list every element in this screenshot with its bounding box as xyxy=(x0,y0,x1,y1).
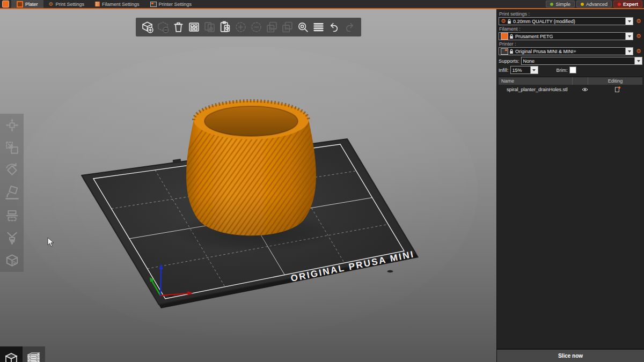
supports-value: None xyxy=(523,58,634,64)
tab-print-settings[interactable]: ⚙ Print Settings xyxy=(43,0,90,8)
gizmo-toolbar xyxy=(0,114,24,272)
editor-3d-view-button[interactable] xyxy=(0,346,23,362)
mode-expert-button[interactable]: Expert xyxy=(613,1,642,8)
prusaslicer-window: Plater ⚙ Print Settings Filament Setting… xyxy=(0,0,644,362)
tab-printer-settings[interactable]: Printer Settings xyxy=(145,0,197,8)
tab-printer-settings-label: Printer Settings xyxy=(159,2,192,7)
sliced-preview-button[interactable] xyxy=(23,346,45,362)
object-settings-button[interactable] xyxy=(592,86,642,93)
split-parts-icon[interactable]: P xyxy=(280,20,295,34)
object-row[interactable]: spiral_planter_drainHoles.stl xyxy=(499,85,642,94)
mouse-cursor xyxy=(47,237,55,247)
slice-now-label: Slice now xyxy=(558,353,583,359)
object-list: Name Editing spiral_planter_drainHoles.s… xyxy=(499,77,642,94)
add-instance-icon[interactable] xyxy=(233,20,248,34)
print-settings-gear-button[interactable]: ⚙ xyxy=(635,18,642,24)
redo-icon[interactable] xyxy=(342,20,357,34)
paste-icon[interactable] xyxy=(218,20,232,34)
object-list-header: Name Editing xyxy=(499,77,642,85)
filament-settings-icon xyxy=(95,2,100,6)
dropdown-arrow-icon[interactable] xyxy=(634,57,642,64)
tab-bar: Plater ⚙ Print Settings Filament Setting… xyxy=(0,0,644,9)
variable-layer-height-icon[interactable] xyxy=(311,20,326,34)
svg-text:O: O xyxy=(269,26,273,32)
settings-sidebar: Print settings : ⚙ 0.20mm QUALITY (modif… xyxy=(496,9,644,362)
print-settings-value: 0.20mm QUALITY (modified) xyxy=(513,19,625,24)
print-profile-icon: ⚙ xyxy=(501,18,506,24)
view-switch xyxy=(0,346,45,362)
mode-advanced-button[interactable]: Advanced xyxy=(576,1,612,8)
object-name: spiral_planter_drainHoles.stl xyxy=(499,87,577,92)
slice-now-button[interactable]: Slice now xyxy=(497,349,644,362)
add-icon[interactable] xyxy=(140,20,155,34)
printer-settings-icon xyxy=(150,2,157,7)
brim-checkbox[interactable] xyxy=(569,67,576,73)
split-objects-icon[interactable]: O xyxy=(265,20,279,34)
delete-all-icon[interactable] xyxy=(171,20,186,34)
eye-icon xyxy=(581,87,589,92)
remove-instance-icon[interactable] xyxy=(249,20,264,34)
brim-label: Brim: xyxy=(557,68,568,73)
dropdown-arrow-icon[interactable] xyxy=(530,67,538,73)
arrange-icon[interactable] xyxy=(187,20,201,34)
rotate-icon[interactable] xyxy=(4,162,20,179)
printer-select[interactable]: Original Prusa MINI & MINI+ xyxy=(499,47,633,55)
svg-text:P: P xyxy=(284,26,288,32)
lock-icon xyxy=(509,49,514,54)
mode-expert-label: Expert xyxy=(623,2,638,7)
dropdown-arrow-icon[interactable] xyxy=(625,18,633,25)
supports-label: Supports: xyxy=(499,58,519,64)
advanced-dot-icon xyxy=(581,3,584,6)
visibility-toggle[interactable] xyxy=(577,87,592,92)
print-settings-select[interactable]: ⚙ 0.20mm QUALITY (modified) xyxy=(499,17,633,25)
printer-icon xyxy=(501,48,508,55)
delete-icon[interactable] xyxy=(156,20,170,34)
layers-stack-icon xyxy=(25,350,42,362)
dropdown-arrow-icon[interactable] xyxy=(625,48,633,55)
filament-gear-button[interactable]: ⚙ xyxy=(635,33,642,39)
mode-switcher: Simple Advanced Expert xyxy=(546,0,644,8)
lock-icon xyxy=(507,19,511,24)
filament-label: Filament : xyxy=(499,26,642,32)
place-on-face-icon[interactable] xyxy=(4,184,20,201)
scene-canvas[interactable]: ORIGINAL PRUSA MINI xyxy=(0,9,496,362)
tab-plater-label: Plater xyxy=(25,2,38,7)
simple-dot-icon xyxy=(550,3,553,6)
dropdown-arrow-icon[interactable] xyxy=(625,33,633,40)
edit-settings-icon xyxy=(614,86,621,93)
column-visibility xyxy=(573,77,588,85)
3d-viewport[interactable]: ORIGINAL PRUSA MINI xyxy=(0,9,496,362)
filament-color-swatch xyxy=(501,33,508,40)
expert-dot-icon xyxy=(618,3,621,6)
app-logo-icon xyxy=(2,1,9,8)
plater-icon xyxy=(17,1,23,8)
filament-value: Prusament PETG xyxy=(515,34,625,39)
scale-icon[interactable] xyxy=(4,139,20,156)
print-settings-icon: ⚙ xyxy=(49,2,54,7)
tab-print-settings-label: Print Settings xyxy=(55,2,84,7)
printer-value: Original Prusa MINI & MINI+ xyxy=(515,49,625,54)
filament-select[interactable]: Prusament PETG xyxy=(499,32,633,40)
column-name: Name xyxy=(499,77,573,85)
cut-icon[interactable] xyxy=(4,207,20,224)
supports-select[interactable]: None xyxy=(521,57,642,65)
lock-icon xyxy=(509,34,514,39)
mode-simple-button[interactable]: Simple xyxy=(546,1,575,8)
print-settings-label: Print settings : xyxy=(499,11,642,17)
main-toolbar: OP xyxy=(136,18,361,36)
printer-gear-button[interactable]: ⚙ xyxy=(635,48,642,54)
infill-select[interactable]: 15% xyxy=(510,66,538,74)
copy-icon[interactable] xyxy=(202,20,217,34)
paint-supports-icon[interactable] xyxy=(4,230,20,246)
search-icon[interactable] xyxy=(296,20,310,34)
infill-label: Infill: xyxy=(499,68,509,73)
tab-plater[interactable]: Plater xyxy=(11,0,43,8)
move-icon[interactable] xyxy=(4,117,20,134)
tab-filament-settings-label: Filament Settings xyxy=(102,2,140,7)
multimaterial-painting-icon[interactable] xyxy=(4,252,20,269)
mode-simple-label: Simple xyxy=(555,2,570,7)
printer-label: Printer : xyxy=(499,41,642,47)
tab-filament-settings[interactable]: Filament Settings xyxy=(90,0,145,8)
mode-advanced-label: Advanced xyxy=(586,2,608,7)
undo-icon[interactable] xyxy=(327,20,341,34)
